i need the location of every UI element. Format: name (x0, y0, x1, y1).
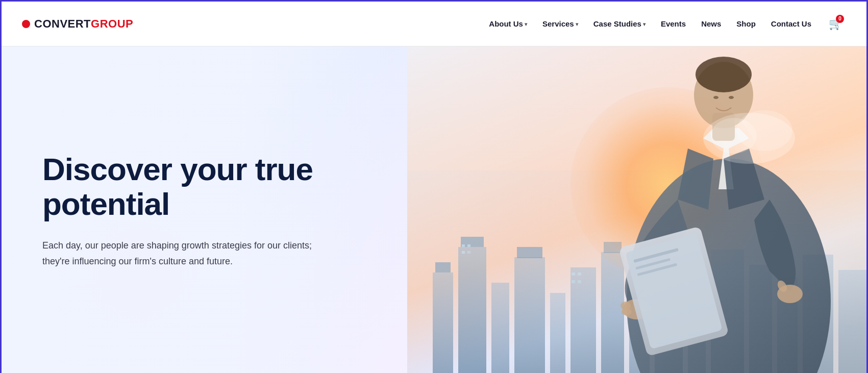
svg-rect-19 (838, 270, 866, 373)
logo-text: CONVERTGROUP (34, 17, 133, 31)
svg-marker-30 (678, 148, 713, 210)
cart-badge: 0 (836, 15, 844, 23)
svg-rect-3 (458, 247, 486, 373)
nav-item-events[interactable]: Events (655, 15, 692, 32)
svg-rect-27 (578, 280, 581, 283)
nav-item-services[interactable]: Services ▾ (536, 15, 584, 32)
person-illustration (586, 46, 841, 373)
svg-rect-20 (462, 244, 465, 247)
hero-content: Discover your true potential Each day, o… (2, 152, 359, 269)
nav-item-contact-us[interactable]: Contact Us (765, 15, 817, 32)
svg-rect-26 (572, 280, 575, 283)
main-nav: About Us ▾ Services ▾ Case Studies ▾ Eve… (483, 13, 846, 35)
chevron-down-icon: ▾ (643, 21, 646, 27)
svg-rect-2 (435, 262, 451, 272)
logo-red: GROUP (91, 17, 133, 30)
svg-rect-8 (550, 293, 565, 373)
hero-title: Discover your true potential (42, 152, 318, 221)
svg-rect-7 (517, 247, 542, 258)
logo-dot (22, 20, 30, 28)
nav-item-about-us[interactable]: About Us ▾ (483, 15, 533, 32)
svg-point-34 (696, 57, 752, 92)
svg-rect-22 (462, 251, 465, 254)
svg-point-36 (729, 96, 734, 99)
svg-point-39 (622, 308, 632, 315)
chevron-down-icon: ▾ (525, 21, 527, 27)
chevron-down-icon: ▾ (576, 21, 578, 27)
svg-rect-25 (578, 272, 581, 276)
nav-item-shop[interactable]: Shop (730, 15, 762, 32)
svg-rect-6 (514, 257, 545, 373)
svg-rect-21 (467, 244, 470, 247)
svg-point-35 (713, 96, 718, 99)
svg-rect-23 (467, 251, 470, 254)
hero-subtitle: Each day, our people are shaping growth … (42, 238, 318, 269)
svg-rect-24 (572, 272, 575, 276)
cart-button[interactable]: 🛒 0 (825, 13, 846, 35)
header: CONVERTGROUP About Us ▾ Services ▾ Case … (2, 2, 866, 46)
svg-point-49 (711, 118, 757, 154)
svg-rect-5 (491, 283, 509, 373)
hero-section: Discover your true potential Each day, o… (2, 46, 866, 373)
nav-item-news[interactable]: News (695, 15, 727, 32)
logo[interactable]: CONVERTGROUP (22, 17, 133, 31)
svg-rect-1 (433, 272, 453, 373)
logo-bold: CONVERT (34, 17, 91, 30)
nav-item-case-studies[interactable]: Case Studies ▾ (587, 15, 652, 32)
